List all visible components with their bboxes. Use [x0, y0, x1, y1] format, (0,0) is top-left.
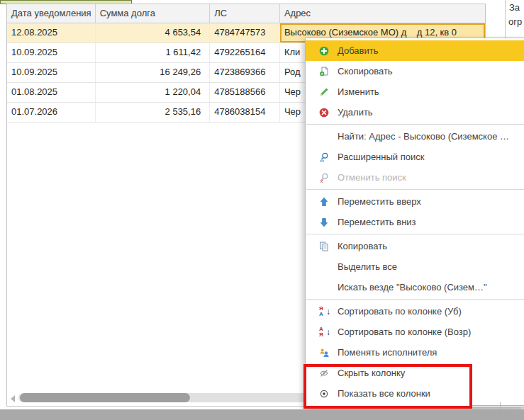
cell-amount[interactable]: 1 220,04	[96, 83, 211, 102]
cell-amount[interactable]: 16 249,26	[96, 63, 211, 82]
arrow-down-icon	[318, 217, 330, 228]
menu-item-label: Переместить вверх	[338, 196, 421, 207]
cell-amount[interactable]: 1 611,42	[96, 43, 211, 62]
menu-item-label: Скопировать	[338, 66, 393, 76]
bottom-bar	[0, 409, 524, 420]
menu-item-label: Искать везде "Высоково (Сизем…"	[338, 282, 487, 293]
cell-date[interactable]: 01.07.2026	[7, 103, 96, 122]
add-icon	[318, 45, 330, 57]
side-panel-text: огр	[508, 16, 522, 27]
menu-item-edit[interactable]: Изменить	[306, 81, 524, 102]
menu-item-search-everywhere[interactable]: Искать везде "Высоково (Сизем…"	[306, 277, 524, 297]
menu-item-add[interactable]: Добавить	[306, 40, 524, 61]
menu-item-sort-descending[interactable]: ЯА↓ Сортировать по колонке (Уб)	[306, 301, 524, 322]
cell-date[interactable]: 10.09.2025	[7, 63, 96, 82]
menu-item-select-all[interactable]: Выделить все	[306, 256, 524, 277]
menu-item-copy[interactable]: Копировать	[306, 236, 524, 256]
context-menu: Добавить Скопировать Изменить Удалить На…	[305, 38, 524, 407]
menu-item-label: Найти: Адрес - Высоково (Сиземское …	[338, 131, 509, 142]
side-panel-text: За	[509, 2, 520, 13]
menu-item-sort-ascending[interactable]: АЯ↓ Сортировать по колонке (Возр)	[306, 322, 524, 342]
column-header-address[interactable]: Адрес	[280, 4, 485, 23]
cell-date[interactable]: 01.08.2025	[7, 83, 96, 102]
menu-item-label: Сортировать по колонке (Возр)	[338, 327, 471, 337]
menu-item-label: Отменить поиск	[338, 172, 406, 183]
copy-document-icon	[318, 66, 330, 77]
menu-item-advanced-search[interactable]: Расширенный поиск	[306, 147, 524, 167]
panel-divider-tick	[500, 402, 501, 409]
sort-ascending-icon: АЯ↓	[318, 327, 330, 338]
menu-item-label: Копировать	[338, 241, 387, 251]
cell-account[interactable]: 4792265164	[210, 43, 280, 62]
menu-item-move-down[interactable]: Переместить вниз	[306, 212, 524, 232]
delete-icon	[318, 107, 330, 118]
panel-divider	[505, 0, 506, 39]
menu-separator	[306, 189, 524, 190]
cell-date[interactable]: 12.08.2025	[7, 23, 96, 42]
cell-date[interactable]: 10.09.2025	[7, 43, 96, 62]
menu-item-move-up[interactable]: Переместить вверх	[306, 191, 524, 212]
menu-item-find[interactable]: Найти: Адрес - Высоково (Сиземское …	[306, 126, 524, 147]
arrow-up-icon	[318, 196, 330, 208]
menu-item-label: Поменять исполнителя	[338, 347, 437, 358]
cell-account[interactable]: 4786038154	[210, 103, 280, 122]
cell-account[interactable]: 4785188566	[210, 83, 280, 102]
menu-separator	[306, 299, 524, 300]
cell-amount[interactable]: 2 535,16	[96, 103, 211, 122]
menu-item-label: Переместить вниз	[338, 217, 416, 227]
menu-item-label: Удалить	[338, 107, 373, 118]
column-header-amount[interactable]: Сумма долга	[96, 4, 211, 23]
menu-separator	[306, 234, 524, 234]
annotation-red-rectangle	[303, 364, 472, 409]
menu-item-label: Расширенный поиск	[338, 152, 424, 162]
menu-item-delete[interactable]: Удалить	[306, 102, 524, 123]
advanced-search-icon	[318, 152, 330, 163]
column-header-account[interactable]: ЛС	[210, 4, 280, 23]
menu-item-label: Выделить все	[338, 261, 397, 272]
menu-item-label: Добавить	[338, 45, 378, 56]
menu-item-copy-new[interactable]: Скопировать	[306, 61, 524, 81]
menu-item-label: Изменить	[338, 86, 379, 97]
cell-account[interactable]: 4784747573	[210, 23, 280, 42]
table-header: Дата уведомления Сумма долга ЛС Адрес	[7, 4, 485, 23]
scroll-left-arrow-icon[interactable]	[11, 395, 15, 402]
copy-pages-icon	[318, 241, 330, 252]
menu-item-change-assignee[interactable]: Поменять исполнителя	[306, 342, 524, 363]
column-header-date[interactable]: Дата уведомления	[7, 4, 96, 23]
panel-bottom-border	[472, 405, 524, 406]
cell-account[interactable]: 4723869366	[210, 63, 280, 82]
menu-separator	[306, 124, 524, 125]
menu-item-label: Сортировать по колонке (Уб)	[338, 306, 462, 317]
sort-descending-icon: ЯА↓	[318, 306, 330, 317]
pencil-icon	[318, 86, 330, 98]
change-user-icon	[318, 347, 330, 358]
cancel-search-icon	[318, 172, 330, 183]
menu-item-cancel-search: Отменить поиск	[306, 167, 524, 188]
scrollbar-thumb[interactable]	[20, 393, 190, 402]
cell-amount[interactable]: 4 653,54	[96, 23, 211, 42]
